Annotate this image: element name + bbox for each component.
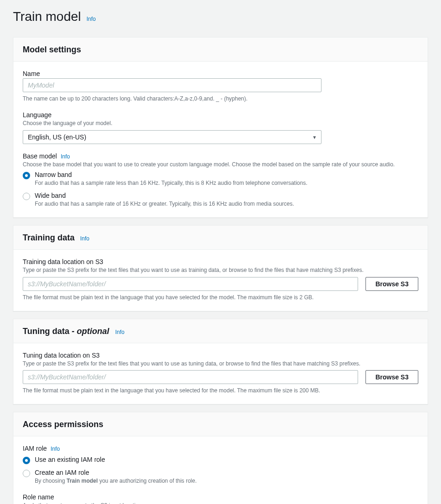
page-title: Train model [13, 9, 81, 24]
panel-header: Training data Info [13, 226, 428, 250]
page-info-link[interactable]: Info [87, 16, 96, 22]
radio-narrow-band[interactable]: Narrow band For audio that has a sample … [23, 171, 418, 187]
panel-body: Tuning data location on S3 Type or paste… [13, 343, 428, 404]
training-input-row: Browse S3 [23, 277, 418, 291]
role-name-desc: A role that grants access to the S3 inpu… [23, 502, 418, 504]
language-label: Language [23, 111, 418, 119]
iam-role-info-link[interactable]: Info [50, 446, 60, 452]
training-data-panel: Training data Info Training data locatio… [13, 225, 428, 311]
language-select-wrap: English, US (en-US) ▼ [23, 130, 321, 144]
training-data-info-link[interactable]: Info [80, 235, 89, 242]
base-model-label: Base model [23, 152, 57, 160]
radio-content: Use an existing IAM role [35, 456, 418, 463]
radio-button[interactable] [23, 172, 30, 179]
base-model-info-link[interactable]: Info [61, 153, 70, 160]
access-permissions-panel: Access permissions IAM role Info Use an … [13, 412, 428, 504]
language-desc: Choose the language of your model. [23, 120, 418, 127]
tuning-data-panel: Tuning data - optional Info Tuning data … [13, 319, 428, 405]
radio-create-role[interactable]: Create an IAM role By choosing Train mod… [23, 469, 418, 485]
language-field: Language Choose the language of your mod… [23, 111, 418, 144]
name-label: Name [23, 70, 418, 77]
panel-header: Model settings [13, 38, 428, 62]
base-model-label-row: Base model Info [23, 152, 418, 161]
tuning-location-input[interactable] [23, 370, 358, 384]
base-model-desc: Choose the base model that you want to u… [23, 161, 418, 169]
radio-desc: For audio that has a sample rate less th… [35, 179, 418, 187]
radio-content: Create an IAM role By choosing Train mod… [35, 469, 418, 485]
tuning-data-title: Tuning data - optional [23, 327, 112, 336]
iam-role-radio-group: Use an existing IAM role Create an IAM r… [23, 456, 418, 485]
page: Train model Info Model settings Name The… [0, 0, 441, 504]
radio-content: Narrow band For audio that has a sample … [35, 171, 418, 187]
role-name-label: Role name [23, 493, 418, 501]
panel-body: Name The name can be up to 200 character… [13, 62, 428, 217]
name-hint: The name can be up to 200 characters lon… [23, 95, 418, 103]
radio-label: Narrow band [35, 171, 418, 178]
base-model-field: Base model Info Choose the base model th… [23, 152, 418, 208]
name-input[interactable] [23, 78, 321, 92]
tuning-data-title-text: Tuning data [23, 327, 69, 336]
training-location-label: Training data location on S3 [23, 258, 418, 265]
name-field: Name The name can be up to 200 character… [23, 70, 418, 103]
radio-use-existing[interactable]: Use an existing IAM role [23, 456, 418, 464]
training-browse-button[interactable]: Browse S3 [365, 277, 418, 291]
role-name-field: Role name A role that grants access to t… [23, 493, 418, 504]
radio-label: Wide band [35, 192, 418, 199]
radio-desc: For audio that has a sample rate of 16 K… [35, 200, 418, 208]
training-location-hint: The file format must be plain text in th… [23, 294, 418, 302]
panel-header: Tuning data - optional Info [13, 319, 428, 343]
training-location-input[interactable] [23, 277, 358, 291]
tuning-location-desc: Type or paste the S3 prefix for the text… [23, 360, 418, 368]
training-data-title: Training data [23, 233, 75, 242]
tuning-location-field: Tuning data location on S3 Type or paste… [23, 352, 418, 395]
radio-desc: By choosing Train model you are authoriz… [35, 477, 418, 485]
language-select[interactable]: English, US (en-US) [23, 130, 321, 144]
iam-role-field: IAM role Info Use an existing IAM role C… [23, 445, 418, 485]
radio-label: Create an IAM role [35, 469, 418, 476]
access-permissions-title: Access permissions [23, 420, 103, 429]
page-header: Train model Info [0, 0, 441, 30]
panel-body: Training data location on S3 Type or pas… [13, 250, 428, 311]
model-settings-panel: Model settings Name The name can be up t… [13, 37, 428, 218]
model-settings-title: Model settings [23, 45, 81, 54]
iam-role-label: IAM role [23, 445, 47, 452]
training-location-field: Training data location on S3 Type or pas… [23, 258, 418, 302]
radio-content: Wide band For audio that has a sample ra… [35, 192, 418, 208]
iam-role-label-row: IAM role Info [23, 445, 418, 453]
tuning-browse-button[interactable]: Browse S3 [365, 370, 418, 384]
radio-button[interactable] [23, 457, 30, 464]
panel-body: IAM role Info Use an existing IAM role C… [13, 436, 428, 504]
base-model-radio-group: Narrow band For audio that has a sample … [23, 171, 418, 208]
tuning-data-info-link[interactable]: Info [115, 329, 125, 335]
tuning-location-hint: The file format must be plain text in th… [23, 387, 418, 395]
radio-label: Use an existing IAM role [35, 456, 418, 463]
radio-button[interactable] [23, 470, 30, 477]
tuning-optional: - optional [69, 327, 109, 336]
tuning-location-label: Tuning data location on S3 [23, 352, 418, 359]
tuning-input-row: Browse S3 [23, 370, 418, 384]
training-location-desc: Type or paste the S3 prefix for the text… [23, 266, 418, 274]
panel-header: Access permissions [13, 412, 428, 436]
radio-wide-band[interactable]: Wide band For audio that has a sample ra… [23, 192, 418, 208]
radio-button[interactable] [23, 193, 30, 200]
